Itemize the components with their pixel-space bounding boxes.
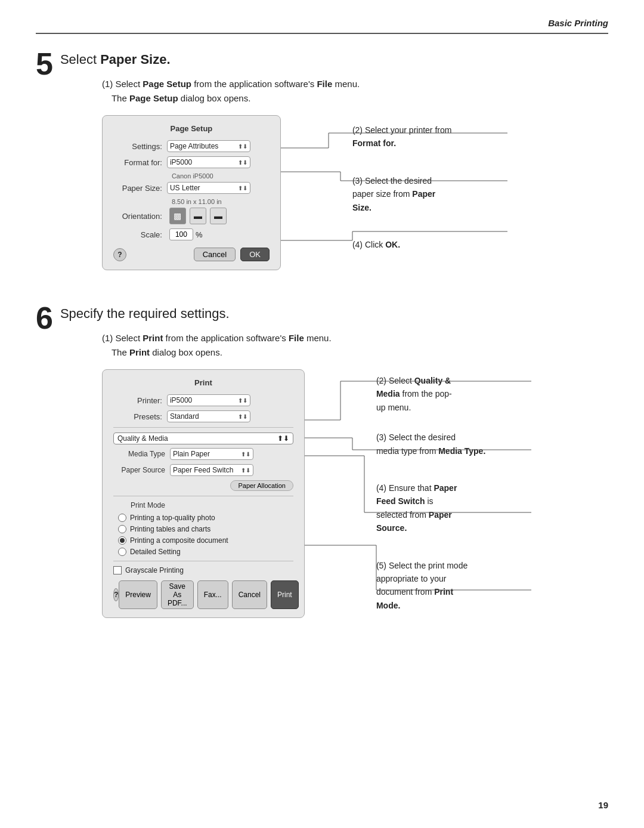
separator-3	[113, 561, 293, 561]
paper-size-label: Paper Size:	[113, 184, 167, 193]
scale-row: Scale: %	[113, 228, 270, 240]
grayscale-row: Grayscale Printing	[113, 566, 293, 574]
orientation-row: Orientation: ▩ ▬ ▬	[113, 208, 270, 224]
format-for-label: Format for:	[113, 158, 167, 167]
print-cancel-button[interactable]: Cancel	[232, 580, 267, 609]
paper-size-select[interactable]: US Letter ⬆⬇	[167, 182, 250, 194]
print-dialog-title: Print	[113, 378, 293, 387]
radio-2-label: Printing tables and charts	[130, 525, 210, 533]
cancel-button[interactable]: Cancel	[194, 248, 236, 261]
step-5-title-bold: Paper Size.	[100, 52, 170, 67]
popup-select[interactable]: Quality & Media ⬆⬇	[113, 432, 293, 444]
print-footer: ? Preview Save As PDF... Fax... Cancel P…	[113, 580, 293, 609]
radio-1[interactable]	[118, 514, 126, 522]
settings-row: Settings: Page Attributes ⬆⬇	[113, 140, 270, 152]
step-5-title: Select Paper Size.	[60, 52, 608, 67]
page-setup-title: Page Setup	[113, 124, 270, 133]
step-5-content: (1) Select Page Setup from the applicati…	[102, 77, 608, 270]
paper-size-row: Paper Size: US Letter ⬆⬇	[113, 182, 270, 194]
grayscale-checkbox[interactable]	[113, 566, 122, 574]
format-for-select[interactable]: iP5000 ⬆⬇	[167, 156, 250, 168]
step-6-block: 6 Specify the required settings. (1) Sel…	[36, 306, 608, 630]
paper-size-arrow: ⬆⬇	[238, 185, 247, 191]
page-setup-dialog: Page Setup Settings: Page Attributes ⬆⬇ …	[102, 115, 281, 270]
media-type-arrow: ⬆⬇	[241, 451, 250, 458]
step-5-block: 5 Select Paper Size. (1) Select Page Set…	[36, 52, 608, 282]
presets-row: Presets: Standard ⬆⬇	[113, 410, 293, 422]
step-6-content: (1) Select Print from the application so…	[102, 331, 608, 618]
header-title: Basic Printing	[548, 18, 608, 28]
format-for-arrow: ⬆⬇	[238, 159, 247, 166]
page-header: Basic Printing	[36, 18, 608, 34]
step-5-title-prefix: Select	[60, 52, 100, 67]
step-6-title: Specify the required settings.	[60, 306, 608, 322]
orientation-buttons: ▩ ▬ ▬	[169, 208, 227, 224]
settings-label: Settings:	[113, 142, 167, 151]
separator-2	[113, 496, 293, 496]
paper-source-select[interactable]: Paper Feed Switch ⬆⬇	[170, 464, 253, 476]
step-6-annotations: (2) Select Quality &Media from the pop-u…	[317, 369, 608, 618]
scale-label: Scale:	[113, 230, 167, 239]
landscape-button[interactable]: ▬	[190, 208, 206, 224]
printer-arrow: ⬆⬇	[238, 397, 247, 404]
reverse-landscape-button[interactable]: ▬	[210, 208, 227, 224]
print-dialog: Print Printer: iP5000 ⬆⬇ Presets:	[102, 369, 305, 618]
radio-3-label: Printing a composite document	[130, 536, 228, 545]
preview-button[interactable]: Preview	[119, 580, 157, 609]
radio-3[interactable]	[118, 536, 126, 545]
media-type-row: Media Type Plain Paper ⬆⬇	[113, 448, 293, 460]
fax-button[interactable]: Fax...	[197, 580, 228, 609]
portrait-button[interactable]: ▩	[169, 208, 186, 224]
scale-input[interactable]	[169, 228, 193, 240]
step-5-annotations: (2) Select your printer from Format for.…	[293, 115, 608, 257]
paper-source-arrow: ⬆⬇	[241, 467, 250, 474]
print-mode-label: Print Mode	[113, 501, 170, 509]
print-button[interactable]: Print	[271, 580, 299, 609]
paper-allocation-area: Paper Allocation	[113, 480, 293, 491]
page-number: 19	[598, 800, 608, 810]
settings-arrow: ⬆⬇	[238, 143, 247, 150]
print-footer-buttons: Preview Save As PDF... Fax... Cancel Pri…	[119, 580, 298, 609]
popup-arrow: ⬆⬇	[277, 434, 289, 443]
radio-3-row: Printing a composite document	[118, 536, 293, 545]
paper-size-subtext: 8.50 in x 11.00 in	[172, 198, 270, 205]
settings-select[interactable]: Page Attributes ⬆⬇	[167, 140, 250, 152]
print-mode-label-row: Print Mode	[113, 501, 293, 509]
paper-allocation-button[interactable]: Paper Allocation	[230, 480, 293, 491]
format-for-subtext: Canon iP5000	[172, 172, 270, 180]
help-button[interactable]: ?	[113, 248, 126, 261]
page-setup-footer: ? Cancel OK	[113, 248, 270, 261]
ok-button[interactable]: OK	[240, 248, 270, 261]
grayscale-label: Grayscale Printing	[125, 566, 184, 574]
printer-select[interactable]: iP5000 ⬆⬇	[167, 394, 250, 406]
printer-label: Printer:	[113, 396, 167, 405]
step-5-dialog-area: Page Setup Settings: Page Attributes ⬆⬇ …	[102, 115, 608, 270]
radio-4-label: Detailed Setting	[130, 548, 181, 556]
radio-4[interactable]	[118, 548, 126, 556]
radio-1-label: Printing a top-quality photo	[130, 514, 215, 522]
step-6-dialog-area: Print Printer: iP5000 ⬆⬇ Presets:	[102, 369, 608, 618]
footer-buttons: Cancel OK	[194, 248, 270, 261]
save-as-pdf-button[interactable]: Save As PDF...	[161, 580, 194, 609]
radio-4-row: Detailed Setting	[118, 548, 293, 556]
format-for-row: Format for: iP5000 ⬆⬇	[113, 156, 270, 168]
print-mode-radio-group: Printing a top-quality photo Printing ta…	[118, 514, 293, 556]
step-5-instruction: (1) Select Page Setup from the applicati…	[102, 77, 608, 106]
step-6-number: 6	[36, 302, 53, 333]
print-help-button[interactable]: ?	[113, 588, 119, 601]
step-6-instruction: (1) Select Print from the application so…	[102, 331, 608, 360]
scale-unit: %	[196, 230, 203, 239]
step-5-number: 5	[36, 48, 53, 79]
radio-2[interactable]	[118, 525, 126, 533]
connector-lines-5	[281, 115, 519, 270]
radio-2-row: Printing tables and charts	[118, 525, 293, 533]
media-type-select[interactable]: Plain Paper ⬆⬇	[170, 448, 253, 460]
orientation-label: Orientation:	[113, 212, 167, 221]
radio-1-row: Printing a top-quality photo	[118, 514, 293, 522]
connector-lines-6	[305, 369, 543, 668]
step-6-title-text: Specify the required settings.	[60, 306, 230, 321]
media-type-label: Media Type	[113, 450, 170, 458]
paper-source-label: Paper Source	[113, 466, 170, 474]
presets-select[interactable]: Standard ⬆⬇	[167, 410, 250, 422]
presets-label: Presets:	[113, 412, 167, 421]
